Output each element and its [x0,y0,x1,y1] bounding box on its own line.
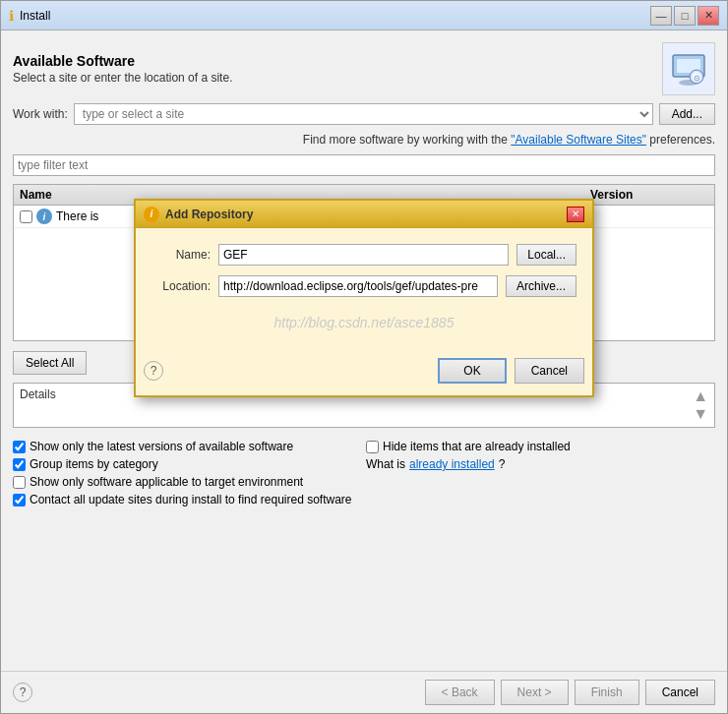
scroll-up-icon: ▲ [693,387,708,405]
checkbox-row-2: Group items by category [13,457,362,471]
maximize-button[interactable]: □ [674,6,696,26]
install-icon: ⊙ [662,42,715,95]
checkbox-row-3: Show only software applicable to target … [13,475,715,489]
location-label: Location: [152,279,211,293]
filter-input[interactable] [13,154,715,176]
close-button[interactable]: ✕ [698,6,719,26]
modal-title: Add Repository [165,208,253,221]
checkbox-contact-label: Contact all update sites during install … [30,493,352,506]
checkbox-grid: Show only the latest versions of availab… [13,440,715,471]
finish-button[interactable]: Finish [575,680,639,705]
modal-footer: ? OK Cancel [136,354,592,395]
nav-buttons: < Back Next > Finish Cancel [425,680,715,705]
select-all-button[interactable]: Select All [13,351,87,375]
svg-text:⊙: ⊙ [694,74,700,83]
header-left: Available Software Select a site or ente… [13,53,232,85]
window-title: Install [20,9,50,23]
modal-body: Name: Local... Location: Archive... http… [136,228,592,354]
help-button[interactable]: ? [13,683,32,702]
name-input[interactable] [218,244,509,266]
local-button[interactable]: Local... [516,244,576,266]
bottom-bar: ? < Back Next > Finish Cancel [1,671,727,713]
page-title: Available Software [13,53,232,69]
minimize-button[interactable]: — [650,6,672,26]
next-button[interactable]: Next > [501,680,569,705]
add-button[interactable]: Add... [659,103,715,125]
scroll-down-icon: ▼ [693,405,708,423]
modal-action-buttons: OK Cancel [438,358,584,384]
find-more-row: Find more software by working with the "… [13,133,715,147]
modal-title-icon: i [144,207,159,222]
modal-title-bar: i Add Repository ✕ [136,201,592,228]
header-section: Available Software Select a site or ente… [13,42,715,95]
add-repository-dialog: i Add Repository ✕ Name: Local... Locati… [134,199,594,397]
checkbox-row-right-2: What is already installed ? [366,457,715,471]
checkbox-hide-label: Hide items that are already installed [383,440,571,453]
archive-button[interactable]: Archive... [506,275,576,297]
name-field-row: Name: Local... [152,244,576,266]
already-installed-link[interactable]: already installed [409,457,495,471]
window-icon: ℹ [9,8,14,24]
find-more-suffix: preferences. [649,133,715,147]
modal-title-left: i Add Repository [144,207,253,222]
modal-help-button[interactable]: ? [144,361,163,381]
details-label: Details [20,387,56,401]
modal-watermark: http://blog.csdn.net/asce1885 [152,307,576,338]
checkbox-row-1: Show only the latest versions of availab… [13,440,362,453]
checkbox-target-label: Show only software applicable to target … [30,475,303,489]
page-subtitle: Select a site or enter the location of a… [13,71,232,85]
checkbox-target-env[interactable] [13,476,26,489]
checkboxes-section: Show only the latest versions of availab… [13,436,715,510]
title-buttons: — □ ✕ [650,6,719,26]
checkbox-group-category[interactable] [13,458,26,471]
checkbox-row-4: Contact all update sites during install … [13,493,715,506]
cancel-button[interactable]: Cancel [645,680,715,705]
modal-cancel-button[interactable]: Cancel [515,358,584,384]
row-checkbox[interactable] [20,210,32,223]
checkbox-latest-label: Show only the latest versions of availab… [30,440,293,453]
checkbox-contact-sites[interactable] [13,494,26,506]
column-version: Version [590,188,708,202]
back-button[interactable]: < Back [425,680,495,705]
name-label: Name: [152,248,211,262]
checkbox-row-right-1: Hide items that are already installed [366,440,715,453]
title-bar: ℹ Install — □ ✕ [1,1,727,30]
already-installed-prefix: What is [366,457,405,471]
location-input[interactable] [218,275,498,297]
work-with-label: Work with: [13,107,68,121]
checkbox-latest-versions[interactable] [13,441,26,453]
scroll-hint: ▲ ▼ [693,387,708,423]
checkbox-group-label: Group items by category [30,457,158,471]
find-more-text: Find more software by working with the [303,133,511,147]
available-software-sites-link[interactable]: "Available Software Sites" [511,133,646,147]
row-text: There is [56,209,98,223]
row-info-icon: i [36,208,52,224]
modal-close-button[interactable]: ✕ [567,207,584,222]
work-with-select[interactable]: type or select a site [74,103,653,125]
location-field-row: Location: Archive... [152,275,576,297]
ok-button[interactable]: OK [438,358,506,384]
checkbox-hide-installed[interactable] [366,441,379,453]
title-bar-left: ℹ Install [9,8,50,24]
already-installed-suffix: ? [499,457,506,471]
work-with-row: Work with: type or select a site Add... [13,103,715,125]
